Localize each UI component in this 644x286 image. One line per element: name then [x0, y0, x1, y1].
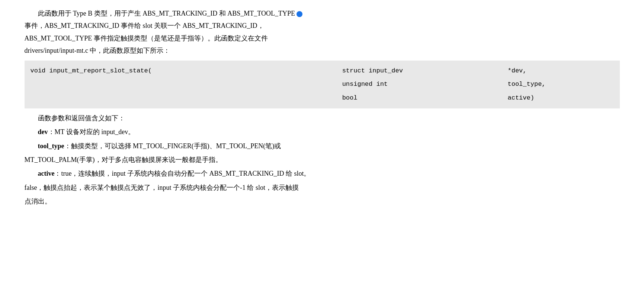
code-cell-type3: bool [339, 91, 505, 105]
param-active: active：true，连续触摸，input 子系统内核会自动分配一个 ABS_… [25, 168, 620, 180]
intro-text-part4: drivers/input/input-mt.c 中，此函数原型如下所示： [25, 47, 170, 54]
param-tool-type-name: tool_type [38, 142, 64, 150]
code-cell-type2: unsigned int [339, 78, 505, 91]
code-cell-empty2 [31, 91, 339, 105]
params-title: 函数参数和返回值含义如下： [25, 112, 620, 124]
info-icon [297, 11, 302, 17]
param-active-desc-true: ：true，连续触摸，input 子系统内核会自动分配一个 ABS_MT_TRA… [54, 170, 310, 177]
intro-paragraph: 此函数用于 Type B 类型，用于产生 ABS_MT_TRACKING_ID … [25, 7, 620, 57]
param-dev-name: dev [38, 128, 48, 136]
code-block: void input_mt_report_slot_state( struct … [25, 61, 620, 108]
intro-text-part3: ABS_MT_TOOL_TYPE 事件指定触摸类型（是笔还是手指等）。此函数定义… [25, 35, 268, 42]
param-active-name: active [38, 170, 55, 177]
code-row-3: bool active) [31, 91, 614, 105]
param-dev-sep: ：MT 设备对应的 input_dev。 [48, 128, 135, 136]
code-table: void input_mt_report_slot_state( struct … [31, 64, 614, 105]
code-cell-empty1 [31, 78, 339, 91]
param-tool-type: tool_type：触摸类型，可以选择 MT_TOOL_FINGER(手指)、M… [25, 140, 620, 152]
code-cell-param3: active) [505, 91, 614, 105]
code-cell-param1: *dev, [505, 64, 614, 78]
param-tool-type-cont: MT_TOOL_PALM(手掌)，对于多点电容触摸屏来说一般都是手指。 [25, 154, 620, 166]
code-cell-type1: struct input_dev [339, 64, 505, 78]
param-active-false: false，触摸点抬起，表示某个触摸点无效了，input 子系统内核会分配一个-… [25, 182, 620, 194]
code-row-2: unsigned int tool_type, [31, 78, 614, 91]
param-active-false-cont: 点消出。 [25, 195, 620, 208]
intro-text-part2: 事件，ABS_MT_TRACKING_ID 事件给 slot 关联一个 ABS_… [25, 22, 264, 29]
code-cell-param2: tool_type, [505, 78, 614, 91]
intro-text-part1: 此函数用于 Type B 类型，用于产生 ABS_MT_TRACKING_ID … [38, 10, 295, 17]
param-dev: dev：MT 设备对应的 input_dev。 [25, 126, 620, 138]
params-section: 函数参数和返回值含义如下： dev：MT 设备对应的 input_dev。 to… [25, 112, 620, 208]
main-content: 此函数用于 Type B 类型，用于产生 ABS_MT_TRACKING_ID … [25, 7, 620, 208]
code-row-1: void input_mt_report_slot_state( struct … [31, 64, 614, 78]
param-tool-type-sep: ：触摸类型，可以选择 MT_TOOL_FINGER(手指)、MT_TOOL_PE… [64, 142, 281, 150]
code-cell-func: void input_mt_report_slot_state( [31, 64, 339, 78]
